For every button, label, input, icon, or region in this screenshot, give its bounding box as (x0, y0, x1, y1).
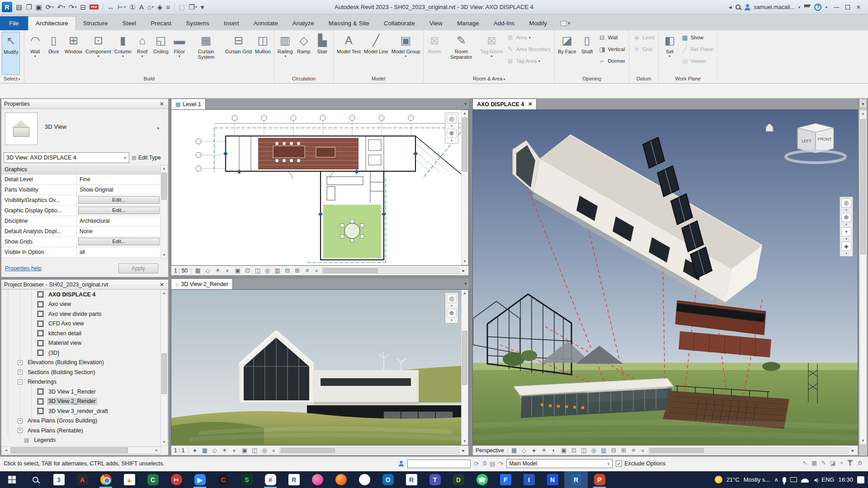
user-menu-chevron-icon[interactable]: ▾ (798, 5, 801, 9)
expand-icon[interactable]: + (18, 418, 23, 423)
tab-architecture[interactable]: Architecture (28, 16, 76, 30)
reveal-hidden-elements-icon[interactable]: ◎ (260, 447, 268, 454)
crop-visibility-icon[interactable]: ⊡ (244, 267, 251, 274)
highlight-displacement-icon[interactable]: ⊞ (620, 447, 627, 454)
taskbar-chrome[interactable] (94, 471, 118, 488)
horizontal-scrollbar[interactable] (322, 267, 459, 274)
dropdown-chevron-icon[interactable]: ▾ (34, 54, 36, 59)
taskbar-adobe-acrobat[interactable]: A (71, 471, 94, 488)
select-underlay-elements-toggle[interactable]: ▦ (811, 460, 817, 466)
property-value[interactable]: Architectural (77, 216, 161, 226)
tab-add-ins[interactable]: Add-Ins (486, 17, 522, 30)
save-button[interactable]: ▣ (34, 2, 43, 13)
browser-item-renderings[interactable]: −Renderings (1, 377, 161, 387)
print-button[interactable]: ⊟ (79, 2, 88, 13)
switch-windows-button[interactable]: ❐▾ (187, 2, 198, 13)
browser-item-3d-view-1-render[interactable]: 3D View 1_Render (1, 387, 161, 397)
hide-analytical-model-icon[interactable]: ⊟ (283, 267, 291, 274)
taskbar-whatsapp[interactable]: ☎ (470, 471, 494, 488)
tab-file[interactable]: File (0, 16, 28, 30)
ribbon-button-floor[interactable]: ▬Floor▾ (170, 32, 189, 75)
panel-label-model[interactable]: Model (334, 75, 423, 83)
taskbar-signal[interactable] (353, 471, 376, 488)
start-button[interactable] (0, 471, 24, 488)
project-browser-close-icon[interactable]: ✕ (158, 282, 165, 288)
ribbon-button-model-group[interactable]: ▣Model Group▾ (390, 32, 422, 75)
aligned-dimension-button[interactable]: ⊢▾ (116, 2, 127, 13)
dropdown-chevron-icon[interactable]: ▾ (63, 5, 65, 9)
view-scale-label[interactable]: 1 : 50 (174, 267, 192, 274)
axon-vscrollbar[interactable]: ▲▼ (859, 110, 867, 445)
dropdown-chevron-icon[interactable]: ▾ (447, 125, 457, 127)
volume-icon[interactable]: ◄) (813, 477, 818, 483)
dropdown-chevron-icon[interactable]: ▾ (122, 54, 124, 59)
panel-label-opening[interactable]: Opening (555, 75, 629, 83)
restore-button[interactable] (845, 5, 850, 9)
weather-text[interactable]: Mostly s... (744, 476, 770, 483)
taskbar-vlc[interactable]: ▲ (118, 471, 141, 488)
dropdown-chevron-icon[interactable]: ▾ (669, 54, 670, 59)
text-note-button[interactable]: A (138, 2, 145, 13)
tab-annotate[interactable]: Annotate (246, 17, 285, 30)
ribbon-button-set[interactable]: ◧Set▾ (660, 32, 679, 75)
temporary-view-properties-icon[interactable]: ▥ (274, 267, 281, 274)
tab-collaborate[interactable]: Collaborate (377, 17, 422, 30)
legend-icon[interactable]: ▤ (24, 437, 29, 443)
collapse-arrow-icon[interactable]: ◀ (729, 5, 732, 9)
expand-icon[interactable]: + (18, 360, 23, 365)
active-workset-input[interactable] (407, 460, 471, 468)
render-canvas[interactable]: ◎▾⊕▾ ▲▼ (171, 289, 469, 446)
ribbon-button-modify[interactable]: ↖Modify (2, 32, 20, 75)
store-cart-icon[interactable] (804, 5, 811, 9)
plan-canvas[interactable]: ◎▾⊕▾ ▲▼ (171, 109, 469, 266)
ribbon-button-shaft[interactable]: ▯Shaft (578, 32, 596, 75)
collapse-icon[interactable]: − (18, 380, 23, 385)
design-option-select[interactable]: Main Model ∨ (506, 459, 613, 468)
edit-button[interactable]: Edit... (78, 238, 160, 245)
export-pdf-button[interactable]: PDF (88, 2, 100, 13)
dropdown-chevron-icon[interactable]: ▾ (97, 54, 99, 59)
ribbon-button-window[interactable]: ⊞Window (63, 32, 84, 75)
properties-close-icon[interactable]: ✕ (158, 101, 165, 107)
sync-with-central-button[interactable]: ⟳▾ (44, 2, 55, 13)
dropdown-chevron-icon[interactable]: ▾ (447, 305, 457, 307)
window-list-chevron-icon[interactable]: ▾ (859, 99, 867, 108)
taskbar-revit-2[interactable]: R (400, 471, 423, 488)
ribbon-button-by-face[interactable]: ◪By Face (557, 32, 577, 75)
taskbar-screen-snip[interactable]: ✂ (165, 471, 188, 488)
ribbon-button-mullion[interactable]: ◫Mullion (254, 32, 272, 75)
tab-axo-displace-4[interactable]: AXO DISPLACE 4 ✕ (472, 99, 537, 109)
taskbar-firefox[interactable] (329, 471, 353, 488)
project-browser-hscrollbar[interactable]: ◄► (2, 446, 161, 454)
language-indicator[interactable]: ENG (821, 476, 834, 483)
view-type-combobox[interactable]: 3D View: AXO DISPLACE 4 ∨ (4, 152, 129, 163)
temporary-hide-isolate-icon[interactable]: ◫ (250, 447, 258, 454)
view-scale-label[interactable]: 1 : 1 (174, 447, 189, 454)
show-rendering-dialog-icon[interactable]: ● (530, 447, 538, 454)
dropdown-chevron-icon[interactable]: ▾ (841, 252, 851, 255)
dropdown-chevron-icon[interactable]: ▾ (75, 5, 77, 9)
ribbon-button-door[interactable]: ▯Door (45, 32, 63, 75)
minimize-button[interactable]: — (831, 4, 842, 10)
drag-elements-on-selection-toggle[interactable]: + (840, 460, 843, 466)
ribbon-button-ramp[interactable]: ◇Ramp (295, 32, 313, 75)
ribbon-button-roof[interactable]: ⌂Roof▾ (133, 32, 151, 75)
notification-center-icon[interactable] (857, 476, 864, 483)
dropdown-chevron-icon[interactable]: ▾ (142, 54, 143, 59)
browser-item-3d[interactable]: {3D} (1, 348, 161, 358)
modify-panel-launcher[interactable]: ▾ (561, 20, 571, 30)
tab-massing-site[interactable]: Massing & Site (321, 17, 377, 30)
dropdown-chevron-icon[interactable]: ▾ (405, 54, 407, 59)
close-button[interactable]: ✕ (854, 4, 863, 10)
window-list-chevron-icon[interactable]: ▾ (462, 282, 469, 286)
microphone-icon[interactable] (783, 477, 786, 483)
display-icon[interactable] (790, 477, 797, 482)
scroll-right-icon[interactable]: ► (462, 448, 466, 453)
type-selector-chevron-icon[interactable]: ▾ (157, 126, 159, 131)
browser-item-area-plans-rentable[interactable]: +Area Plans (Rentable) (1, 426, 161, 436)
tab-steel[interactable]: Steel (115, 17, 144, 30)
browser-item-legends[interactable]: ▤Legends (1, 436, 161, 446)
zoom-control-icon[interactable]: ⊕ (841, 213, 851, 222)
dropdown-chevron-icon[interactable]: ▾ (124, 5, 126, 9)
detail-level-icon[interactable]: ▦ (194, 267, 202, 274)
